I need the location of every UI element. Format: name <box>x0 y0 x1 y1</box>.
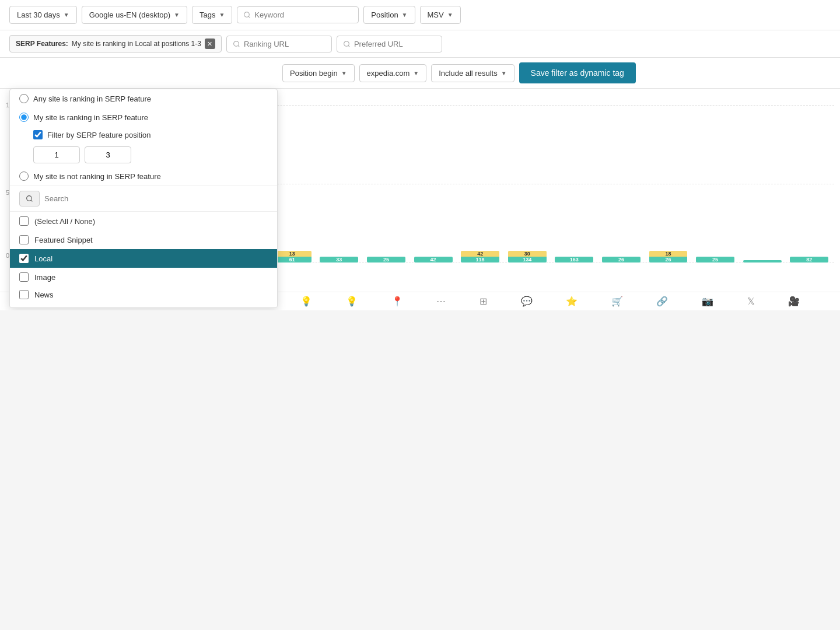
chevron-down-icon: ▼ <box>341 70 347 76</box>
local-label: Local <box>34 254 52 263</box>
news-label: News <box>34 290 54 299</box>
position-begin-label: Position begin <box>290 69 338 78</box>
chevron-down-icon: ▼ <box>219 12 225 18</box>
keyword-input[interactable] <box>254 10 352 19</box>
my-site-ranking-option[interactable]: My site is ranking in SERP feature <box>10 108 277 127</box>
featured-snippet-label: Featured Snippet <box>34 236 93 244</box>
camera-icon[interactable]: 📷 <box>702 296 713 307</box>
position-begin-dropdown[interactable]: Position begin ▼ <box>282 64 355 82</box>
twitter-icon[interactable]: 𝕏 <box>747 296 755 307</box>
cart-icon[interactable]: 🛒 <box>611 296 623 307</box>
lightbulb-icon[interactable]: 💡 <box>300 296 312 307</box>
serp-search-input[interactable] <box>44 194 268 203</box>
bar-7-teal: 33 <box>320 257 358 262</box>
not-ranking-radio[interactable] <box>19 172 29 181</box>
filter-position-option[interactable]: Filter by SERP feature position <box>10 127 277 143</box>
close-filter-button[interactable]: ✕ <box>205 38 215 49</box>
image-item[interactable]: Image <box>10 268 277 286</box>
svg-line-3 <box>238 46 239 47</box>
local-item[interactable]: Local <box>10 249 277 268</box>
filter-label: SERP Features: <box>16 40 68 48</box>
bar-13-teal: 26 <box>602 257 640 262</box>
star-icon[interactable]: ⭐ <box>566 296 578 307</box>
msv-label: MSV <box>428 10 444 19</box>
bar-10: 42 118 <box>457 251 503 262</box>
video-icon[interactable]: 🎥 <box>788 296 800 307</box>
not-ranking-label: My site is not ranking in SERP feature <box>33 172 161 181</box>
svg-line-5 <box>348 46 349 47</box>
search-icon <box>26 195 33 202</box>
save-filter-button[interactable]: Save filter as dynamic tag <box>519 62 636 83</box>
date-range-dropdown[interactable]: Last 30 days ▼ <box>9 6 77 24</box>
bar-12-teal: 163 <box>555 257 593 262</box>
filter-bar: SERP Features: My site is ranking in Loc… <box>0 30 840 58</box>
engine-label: Google us-EN (desktop) <box>89 10 170 19</box>
position-to-input[interactable] <box>85 146 131 163</box>
svg-point-4 <box>344 41 349 46</box>
active-filter: SERP Features: My site is ranking in Loc… <box>9 35 222 52</box>
my-site-not-ranking-option[interactable]: My site is not ranking in SERP feature <box>10 167 277 186</box>
any-site-radio[interactable] <box>19 94 29 103</box>
position-from-input[interactable] <box>33 146 80 163</box>
position-range <box>10 143 277 167</box>
bar-8: 25 <box>363 257 409 262</box>
main-toolbar: Last 30 days ▼ Google us-EN (desktop) ▼ … <box>0 0 840 30</box>
filter-value: My site is ranking in Local at positions… <box>72 40 201 48</box>
my-site-label: My site is ranking in SERP feature <box>33 113 148 122</box>
filter-position-checkbox[interactable] <box>33 130 43 139</box>
save-filter-label: Save filter as dynamic tag <box>531 68 624 78</box>
bar-6-stack: 13 61 <box>273 251 312 262</box>
local-checkbox[interactable] <box>19 254 29 263</box>
svg-point-2 <box>234 41 239 46</box>
position-label: Position <box>371 10 398 19</box>
results-dropdown[interactable]: Include all results ▼ <box>431 64 514 82</box>
bar-15-teal: 25 <box>696 257 734 262</box>
engine-dropdown[interactable]: Google us-EN (desktop) ▼ <box>82 6 187 24</box>
select-all-item[interactable]: (Select All / None) <box>10 212 277 230</box>
search-icon <box>343 40 351 48</box>
ranking-url-input-wrapper <box>226 36 332 52</box>
bar-17: 82 <box>787 257 832 262</box>
image-checkbox[interactable] <box>19 272 29 282</box>
svg-line-1 <box>249 16 250 18</box>
comparison-label: expedia.com <box>367 69 410 78</box>
bar-6-teal: 61 <box>273 257 312 262</box>
chevron-down-icon: ▼ <box>501 70 507 76</box>
position-dropdown[interactable]: Position ▼ <box>363 6 415 24</box>
any-site-option[interactable]: Any site is ranking in SERP feature <box>10 89 277 108</box>
select-all-checkbox[interactable] <box>19 216 29 226</box>
comparison-dropdown[interactable]: expedia.com ▼ <box>359 64 427 82</box>
search-icon <box>243 11 251 19</box>
content-area: Any site is ranking in SERP feature My s… <box>0 89 840 310</box>
chevron-down-icon: ▼ <box>174 12 180 18</box>
bar-14-teal: 26 <box>649 257 688 262</box>
serp-features-panel: Any site is ranking in SERP feature My s… <box>9 89 278 308</box>
bar-10-stack: 42 118 <box>461 251 499 262</box>
lightbulb2-icon[interactable]: 💡 <box>346 296 358 307</box>
search-button[interactable] <box>19 191 40 206</box>
serp-search-box <box>10 186 277 212</box>
tags-dropdown[interactable]: Tags ▼ <box>192 6 232 24</box>
chevron-down-icon: ▼ <box>447 12 453 18</box>
search-icon <box>233 40 240 48</box>
bar-10-teal: 118 <box>461 257 499 262</box>
featured-snippet-checkbox[interactable] <box>19 235 29 244</box>
news-item[interactable]: News <box>10 286 277 303</box>
preferred-url-input[interactable] <box>354 40 436 48</box>
svg-point-0 <box>244 12 250 18</box>
grid-icon[interactable]: ⊞ <box>480 296 487 307</box>
any-site-label: Any site is ranking in SERP feature <box>33 94 151 103</box>
bar-14-stack: 18 26 <box>649 251 688 262</box>
speech-icon[interactable]: 💬 <box>521 296 533 307</box>
ranking-url-input[interactable] <box>244 40 326 48</box>
second-filter-row: Position begin ▼ expedia.com ▼ Include a… <box>0 58 840 89</box>
my-site-radio[interactable] <box>19 113 29 122</box>
link-icon[interactable]: 🔗 <box>656 296 668 307</box>
featured-snippet-item[interactable]: Featured Snippet <box>10 230 277 249</box>
news-checkbox[interactable] <box>19 290 29 299</box>
bar-7: 33 <box>317 257 362 262</box>
msv-dropdown[interactable]: MSV ▼ <box>420 6 461 24</box>
location-icon[interactable]: 📍 <box>391 296 403 307</box>
more-icon[interactable]: ⋯ <box>436 296 446 307</box>
keyword-input-wrapper <box>237 6 359 23</box>
